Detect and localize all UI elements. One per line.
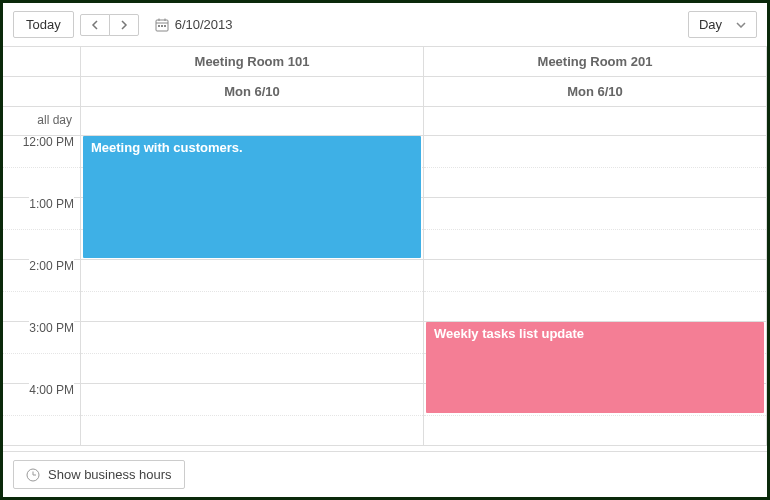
scheduler-frame: Today 6/10/2013 Day bbox=[0, 0, 770, 500]
calendar-event[interactable]: Meeting with customers. bbox=[83, 136, 421, 258]
toolbar: Today 6/10/2013 Day bbox=[3, 3, 767, 46]
date-header-row: Mon 6/10 Mon 6/10 bbox=[3, 77, 767, 107]
time-label: 2:00 PM bbox=[29, 259, 74, 273]
time-slot: 1:00 PM bbox=[3, 198, 80, 260]
room-header: Meeting Room 201 bbox=[424, 47, 767, 76]
time-slot: 4:00 PM bbox=[3, 384, 80, 446]
allday-row: all day bbox=[3, 107, 767, 136]
allday-slot[interactable] bbox=[81, 107, 424, 135]
chevron-left-icon bbox=[91, 20, 99, 30]
footer: Show business hours bbox=[3, 451, 767, 497]
hour-cell[interactable] bbox=[424, 198, 766, 260]
chevron-right-icon bbox=[120, 20, 128, 30]
hour-cell[interactable] bbox=[81, 260, 423, 322]
header-time-gutter bbox=[3, 47, 81, 76]
time-label: 12:00 PM bbox=[23, 136, 74, 149]
scheduler: Meeting Room 101 Meeting Room 201 Mon 6/… bbox=[3, 46, 767, 451]
room-header: Meeting Room 101 bbox=[81, 47, 424, 76]
next-button[interactable] bbox=[109, 14, 139, 36]
calendar-icon bbox=[155, 18, 169, 32]
date-header: Mon 6/10 bbox=[424, 77, 767, 106]
date-text: 6/10/2013 bbox=[175, 17, 233, 32]
room-header-row: Meeting Room 101 Meeting Room 201 bbox=[3, 47, 767, 77]
date-display[interactable]: 6/10/2013 bbox=[155, 17, 233, 32]
time-label: 4:00 PM bbox=[29, 383, 74, 397]
business-hours-label: Show business hours bbox=[48, 467, 172, 482]
room-column[interactable]: Meeting with customers. bbox=[81, 136, 424, 446]
hour-cell[interactable] bbox=[81, 322, 423, 384]
time-slot: 3:00 PM bbox=[3, 322, 80, 384]
svg-rect-5 bbox=[161, 25, 163, 27]
view-select-label: Day bbox=[699, 17, 722, 32]
time-slot: 2:00 PM bbox=[3, 260, 80, 322]
nav-button-group bbox=[80, 14, 139, 36]
room-column[interactable]: Weekly tasks list update bbox=[424, 136, 767, 446]
hour-cell[interactable] bbox=[424, 136, 766, 198]
header-time-gutter bbox=[3, 77, 81, 106]
allday-slot[interactable] bbox=[424, 107, 767, 135]
time-gutter: 12:00 PM1:00 PM2:00 PM3:00 PM4:00 PM bbox=[3, 136, 81, 446]
time-label: 3:00 PM bbox=[29, 321, 74, 335]
time-grid: 12:00 PM1:00 PM2:00 PM3:00 PM4:00 PM Mee… bbox=[3, 136, 767, 446]
chevron-down-icon bbox=[736, 22, 746, 28]
hour-cell[interactable] bbox=[81, 384, 423, 446]
svg-rect-6 bbox=[164, 25, 166, 27]
today-button[interactable]: Today bbox=[13, 11, 74, 38]
time-label: 1:00 PM bbox=[29, 197, 74, 211]
allday-label: all day bbox=[3, 107, 81, 135]
time-slot: 12:00 PM bbox=[3, 136, 80, 198]
calendar-event[interactable]: Weekly tasks list update bbox=[426, 322, 764, 413]
hour-cell[interactable] bbox=[424, 260, 766, 322]
date-header: Mon 6/10 bbox=[81, 77, 424, 106]
svg-rect-4 bbox=[158, 25, 160, 27]
prev-button[interactable] bbox=[80, 14, 110, 36]
show-business-hours-button[interactable]: Show business hours bbox=[13, 460, 185, 489]
clock-icon bbox=[26, 468, 40, 482]
view-select[interactable]: Day bbox=[688, 11, 757, 38]
